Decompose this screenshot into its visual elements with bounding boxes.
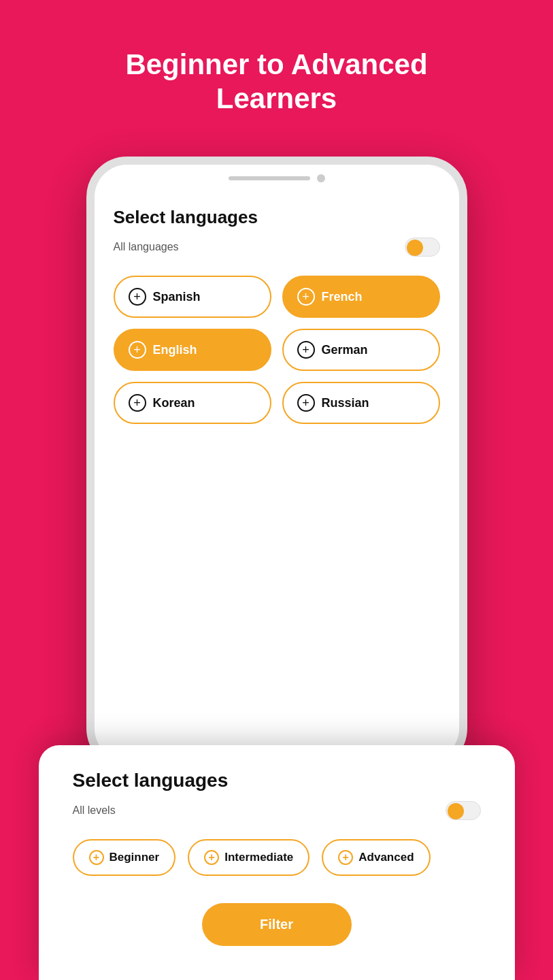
lang-btn-spanish[interactable]: + Spanish [114,276,271,318]
phone-screen: Select languages All languages + Spanish… [95,188,459,761]
lang-label-russian: Russian [322,396,369,410]
lang-label-korean: Korean [153,396,195,410]
levels-row: + Beginner + Intermediate + Advanced [73,839,481,876]
headline-line1: Beginner to Advanced [125,48,427,80]
all-levels-row: All levels [73,801,481,820]
lang-label-spanish: Spanish [153,290,201,304]
level-label-beginner: Beginner [110,851,160,864]
level-label-intermediate: Intermediate [224,851,293,864]
level-panel: Select languages All levels + Beginner +… [39,745,515,980]
plus-icon: + [204,850,219,865]
filter-button[interactable]: Filter [202,903,352,946]
level-btn-advanced[interactable]: + Advanced [322,839,430,876]
lang-label-french: French [322,290,363,304]
plus-icon: + [338,850,353,865]
lang-btn-russian[interactable]: + Russian [282,382,440,424]
lang-label-german: German [322,343,368,357]
plus-icon: + [129,288,146,306]
all-languages-label: All languages [114,241,179,253]
plus-icon: + [89,850,104,865]
phone-notch-bar [95,165,459,188]
headline: Beginner to Advanced Learners [84,48,468,116]
filter-button-label: Filter [260,917,293,932]
headline-line2: Learners [216,82,337,114]
all-levels-label: All levels [73,804,116,817]
plus-icon: + [297,341,315,359]
level-label-advanced: Advanced [358,851,414,864]
lang-btn-french[interactable]: + French [282,276,440,318]
plus-icon: + [297,394,315,412]
level-btn-beginner[interactable]: + Beginner [73,839,176,876]
phone-notch [229,176,310,180]
phone-camera [317,174,325,182]
level-panel-title: Select languages [73,770,481,791]
lang-label-english: English [153,343,197,357]
level-btn-intermediate[interactable]: + Intermediate [188,839,309,876]
toggle-knob [407,240,423,256]
language-panel-title: Select languages [114,207,440,228]
lang-btn-korean[interactable]: + Korean [114,382,271,424]
all-languages-row: All languages [114,238,440,257]
phone-mockup: Select languages All languages + Spanish… [86,157,467,769]
lang-btn-german[interactable]: + German [282,329,440,371]
all-levels-toggle[interactable] [446,801,481,820]
toggle-knob [448,803,464,819]
plus-icon: + [129,341,146,359]
language-grid: + Spanish + French + English + German + … [114,276,440,424]
plus-icon: + [297,288,315,306]
all-languages-toggle[interactable] [405,238,440,257]
plus-icon: + [129,394,146,412]
lang-btn-english[interactable]: + English [114,329,271,371]
